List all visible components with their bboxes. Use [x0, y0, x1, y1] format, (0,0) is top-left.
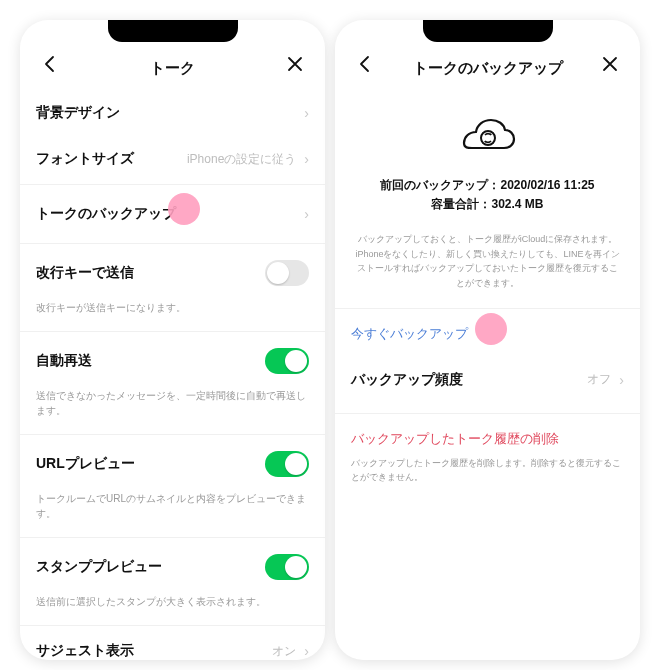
row-font-size[interactable]: フォントサイズ iPhoneの設定に従う › [20, 136, 325, 182]
row-label: サジェスト表示 [36, 642, 134, 660]
close-button[interactable] [281, 50, 309, 78]
divider [335, 308, 640, 309]
delete-description: バックアップしたトーク履歴を削除します。削除すると復元することができません。 [335, 456, 640, 485]
close-icon [602, 56, 618, 72]
backup-help-text: バックアップしておくと、トーク履歴がiCloudに保存されます。iPhoneをな… [335, 222, 640, 306]
highlight-marker [168, 193, 200, 225]
row-suggest[interactable]: サジェスト表示 オン › [20, 628, 325, 660]
page-title: トークのバックアップ [379, 59, 596, 78]
toggle-url-preview[interactable] [265, 451, 309, 477]
divider [20, 434, 325, 435]
highlight-marker [475, 313, 507, 345]
row-auto-resend: 自動再送 [20, 334, 325, 388]
phone-talk-settings: トーク 背景デザイン › フォントサイズ iPhoneの設定に従う › トークの… [20, 20, 325, 660]
backup-content: 前回のバックアップ：2020/02/16 11:25 容量合計：302.4 MB… [335, 90, 640, 660]
row-label: URLプレビュー [36, 455, 135, 473]
chevron-right-icon: › [304, 105, 309, 121]
row-url-preview: URLプレビュー [20, 437, 325, 491]
row-description: トークルームでURLのサムネイルと内容をプレビューできます。 [20, 491, 325, 535]
link-label: 今すぐバックアップ [351, 326, 468, 341]
row-enter-to-send: 改行キーで送信 [20, 246, 325, 300]
row-stamp-preview: スタンププレビュー [20, 540, 325, 594]
settings-list: 背景デザイン › フォントサイズ iPhoneの設定に従う › トークのバックア… [20, 90, 325, 660]
row-label: スタンププレビュー [36, 558, 162, 576]
toggle-stamp-preview[interactable] [265, 554, 309, 580]
row-value: iPhoneの設定に従う [187, 151, 296, 168]
close-button[interactable] [596, 50, 624, 78]
row-description: 送信できなかったメッセージを、一定時間後に自動で再送します。 [20, 388, 325, 432]
divider [20, 625, 325, 626]
chevron-right-icon: › [304, 206, 309, 222]
toggle-enter-send[interactable] [265, 260, 309, 286]
row-value: オフ [587, 371, 611, 388]
notch [423, 20, 553, 42]
row-talk-backup[interactable]: トークのバックアップ › [20, 187, 325, 241]
row-value: オン [272, 643, 296, 660]
last-backup-text: 前回のバックアップ：2020/02/16 11:25 [351, 176, 624, 195]
row-background-design[interactable]: 背景デザイン › [20, 90, 325, 136]
page-title: トーク [64, 59, 281, 78]
row-label: 自動再送 [36, 352, 92, 370]
notch [108, 20, 238, 42]
row-label: フォントサイズ [36, 150, 134, 168]
back-button[interactable] [36, 50, 64, 78]
row-description: 送信前に選択したスタンプが大きく表示されます。 [20, 594, 325, 623]
divider [20, 537, 325, 538]
divider [20, 184, 325, 185]
chevron-right-icon: › [304, 151, 309, 167]
backup-summary: 前回のバックアップ：2020/02/16 11:25 容量合計：302.4 MB [335, 90, 640, 222]
divider [20, 243, 325, 244]
back-button[interactable] [351, 50, 379, 78]
link-label: バックアップしたトーク履歴の削除 [351, 431, 559, 446]
row-label: トークのバックアップ [36, 205, 176, 223]
backup-now-button[interactable]: 今すぐバックアップ [335, 311, 640, 357]
chevron-left-icon [358, 55, 372, 73]
row-label: 改行キーで送信 [36, 264, 134, 282]
chevron-left-icon [43, 55, 57, 73]
row-description: 改行キーが送信キーになります。 [20, 300, 325, 329]
row-backup-frequency[interactable]: バックアップ頻度 オフ › [335, 357, 640, 403]
row-label: 背景デザイン [36, 104, 120, 122]
backup-size-text: 容量合計：302.4 MB [351, 195, 624, 214]
phone-backup-settings: トークのバックアップ 前回のバックアップ：2020/02/16 11:25 容量… [335, 20, 640, 660]
delete-backup-button[interactable]: バックアップしたトーク履歴の削除 [335, 413, 640, 456]
close-icon [287, 56, 303, 72]
divider [20, 331, 325, 332]
cloud-sync-icon [460, 118, 516, 162]
toggle-auto-resend[interactable] [265, 348, 309, 374]
row-label: バックアップ頻度 [351, 371, 463, 389]
chevron-right-icon: › [619, 372, 624, 388]
chevron-right-icon: › [304, 643, 309, 659]
